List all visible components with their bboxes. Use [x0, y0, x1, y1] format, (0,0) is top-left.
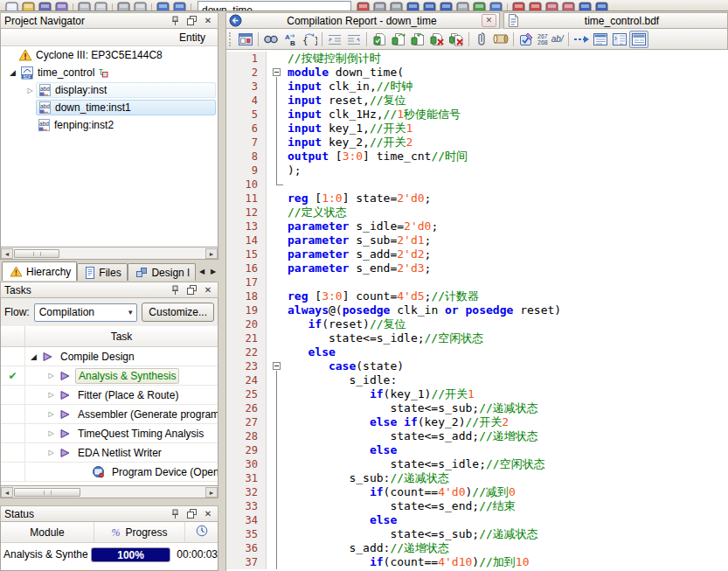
flow-select[interactable]: Compilation ▼ — [34, 303, 138, 322]
copy-icon[interactable] — [94, 2, 107, 11]
tree-item-display-inst[interactable]: ▷abddisplay:inst — [1, 81, 218, 99]
tasks-hscrollbar[interactable]: ◄ ► — [0, 486, 218, 498]
float-icon[interactable] — [185, 508, 198, 519]
task-row-assembler-generate-programm[interactable]: ▷Assembler (Generate programm — [1, 405, 218, 424]
redo-icon[interactable] — [173, 2, 186, 11]
assignments-icon[interactable] — [373, 2, 386, 11]
gear-blue-icon[interactable] — [423, 2, 436, 11]
line-number: 2 — [226, 66, 267, 80]
collapsed-arrow-icon[interactable]: ▷ — [45, 410, 57, 418]
fold-collapse-icon[interactable] — [267, 359, 288, 373]
gear-blue-icon[interactable] — [595, 2, 608, 11]
cut-icon[interactable] — [78, 2, 91, 11]
code-editor[interactable]: 1//按键控制倒计时2module down_time(3input clk_i… — [225, 50, 728, 571]
print-icon[interactable] — [117, 2, 130, 11]
expanded-arrow-icon[interactable]: ◢ — [28, 352, 39, 361]
float-icon[interactable] — [185, 284, 198, 296]
replace-icon[interactable]: AB — [281, 31, 300, 48]
task-row-eda-netlist-writer[interactable]: ▷EDA Netlist Writer — [1, 443, 218, 463]
tree-item-fenping-inst2[interactable]: abdfenping:inst2 — [1, 116, 218, 134]
close-icon[interactable]: ✕ — [482, 14, 496, 27]
tab-hierarchy[interactable]: Hierarchy — [2, 261, 77, 281]
scroll-thumb[interactable] — [14, 488, 80, 497]
settings-icon[interactable] — [390, 2, 403, 11]
whitespace-toggle-icon[interactable]: ab/ — [550, 35, 565, 44]
scroll-left-icon[interactable]: ◄ — [1, 487, 13, 498]
tree-item-cyclone-iii-ep3c5e144c8[interactable]: Cyclone III: EP3C5E144C8 — [1, 46, 218, 64]
stop-red-icon[interactable] — [529, 2, 542, 11]
code-line: 27 else if(key_2)//开关2 — [226, 415, 728, 429]
report-window-icon[interactable] — [236, 31, 255, 48]
task-row-analysis-synthesis[interactable]: ✔▷Analysis & Synthesis — [1, 366, 218, 386]
collapsed-arrow-icon[interactable]: ▷ — [45, 449, 57, 456]
tab-files[interactable]: Files — [77, 263, 128, 281]
pin-icon[interactable] — [169, 284, 181, 296]
goto-icon[interactable] — [572, 31, 591, 48]
task-row-timequest-timing-analysis[interactable]: ▷TimeQuest Timing Analysis — [1, 424, 218, 443]
chip-red-icon[interactable] — [545, 2, 558, 11]
insert-bookmark-icon[interactable] — [370, 31, 389, 48]
open-file-icon[interactable] — [22, 2, 35, 11]
prev-bookmark-icon[interactable] — [408, 31, 427, 48]
close-icon[interactable]: ✕ — [202, 15, 214, 26]
diamond-gray-icon[interactable] — [456, 2, 469, 11]
view-editor-icon[interactable] — [629, 31, 648, 48]
attach-icon[interactable] — [472, 31, 491, 48]
tree-item-down-time-inst1[interactable]: abddown_time:inst1 — [1, 99, 218, 116]
pin-icon[interactable] — [169, 15, 181, 26]
gear-blue-icon[interactable] — [406, 2, 419, 11]
float-icon[interactable] — [185, 15, 198, 26]
tab-scroll-right-icon[interactable]: ▶ — [208, 265, 218, 279]
task-row-fitter-place-route-[interactable]: ▷Fitter (Place & Route) — [1, 386, 218, 405]
entity-column-header: Entity — [1, 29, 218, 46]
tree-item-time-control[interactable]: ◢BDFtime_control — [1, 64, 218, 81]
line-count-indicator[interactable]: 267268 — [536, 33, 550, 45]
scroll-thumb[interactable] — [14, 249, 59, 258]
match-delimiter-icon[interactable]: { } — [300, 31, 319, 48]
collapsed-arrow-icon[interactable]: ▷ — [45, 372, 57, 380]
tab-scroll-left-icon[interactable]: ◀ — [197, 265, 207, 279]
close-icon[interactable]: ✕ — [202, 508, 214, 519]
syntax-check-icon[interactable] — [517, 31, 536, 48]
task-row-program-device-open-programmer[interactable]: Program Device (Open Programmer — [1, 463, 218, 482]
collapsed-arrow-icon[interactable]: ▷ — [45, 429, 57, 437]
delete-all-bookmarks-icon[interactable] — [447, 31, 466, 48]
close-icon[interactable]: ✕ — [202, 284, 214, 296]
stop-red-icon[interactable] — [512, 2, 525, 11]
scroll-left-icon[interactable]: ◄ — [1, 248, 13, 259]
customize-button[interactable]: Customize... — [142, 303, 214, 322]
collapsed-arrow-icon[interactable]: ▷ — [24, 87, 36, 94]
delete-bookmark-icon[interactable] — [427, 31, 447, 48]
close-project-icon[interactable] — [357, 2, 370, 11]
play-green-icon[interactable] — [473, 2, 486, 11]
save-icon[interactable] — [38, 2, 52, 11]
compilation-report-titlebar[interactable]: Compilation Report - down_time ✕ — [225, 12, 500, 29]
chip-red-icon[interactable] — [562, 2, 575, 11]
view-report-icon[interactable] — [591, 31, 610, 48]
macro-icon[interactable] — [491, 31, 510, 48]
task-row-compile-design[interactable]: ◢Compile Design — [1, 347, 218, 366]
next-bookmark-icon[interactable] — [389, 31, 408, 48]
line-number: 1 — [226, 52, 267, 66]
print-preview-icon[interactable] — [134, 2, 147, 11]
new-file-icon[interactable] — [5, 2, 18, 11]
entity-combobox[interactable]: down_time — [198, 1, 351, 11]
diamond-blue-icon[interactable] — [489, 2, 503, 11]
indent-decrease-icon[interactable] — [344, 31, 364, 48]
project-navigator-hscrollbar[interactable]: ◄ ► — [0, 247, 218, 260]
tab-design-l[interactable]: Design l — [128, 263, 196, 281]
gear-blue-icon[interactable] — [579, 2, 592, 11]
scroll-right-icon[interactable]: ► — [205, 248, 218, 259]
find-icon[interactable] — [261, 31, 281, 48]
gear-yellow-icon[interactable] — [440, 2, 453, 11]
indent-increase-icon[interactable] — [325, 31, 344, 48]
bdf-window-titlebar[interactable]: time_control.bdf — [503, 12, 728, 29]
expanded-arrow-icon[interactable]: ◢ — [7, 68, 18, 77]
view-split-icon[interactable] — [610, 31, 629, 48]
scroll-right-icon[interactable]: ► — [205, 487, 218, 498]
fold-collapse-icon[interactable] — [267, 66, 288, 80]
save-all-icon[interactable] — [55, 2, 68, 11]
collapsed-arrow-icon[interactable]: ▷ — [45, 391, 57, 399]
pin-icon[interactable] — [169, 508, 181, 519]
undo-icon[interactable] — [156, 2, 170, 11]
